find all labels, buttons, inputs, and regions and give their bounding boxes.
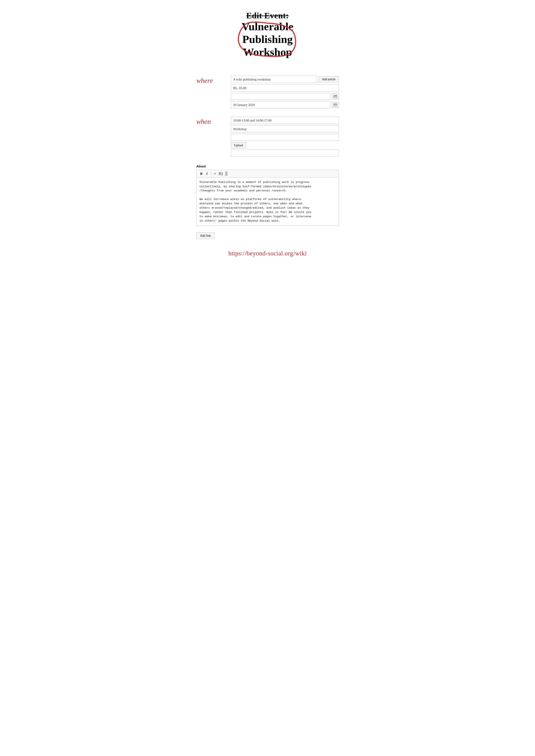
when-row: when Upload — [196, 117, 339, 158]
when-field-row-3 — [231, 134, 339, 141]
calendar-icon-1[interactable] — [332, 94, 339, 99]
where-field-row-4 — [231, 101, 339, 109]
where-label: where — [196, 77, 213, 84]
toolbar-divider — [211, 172, 211, 176]
svg-rect-12 — [219, 173, 222, 175]
image-icon[interactable] — [218, 172, 223, 176]
where-fields: Add article — [231, 76, 339, 110]
title-line1: Vulnerable — [242, 20, 294, 33]
location-name-input[interactable] — [231, 76, 317, 83]
title-section: Edit Event: Vulnerable Publishing Worksh… — [196, 9, 339, 63]
where-field-row-1: Add article — [231, 76, 339, 83]
svg-rect-4 — [334, 96, 335, 97]
calendar-icon-2[interactable] — [332, 102, 339, 108]
room-input[interactable] — [231, 84, 339, 92]
bold-button[interactable]: B — [199, 171, 204, 176]
footer-url-text: https://beyond-social.org/wiki — [196, 250, 339, 257]
italic-button[interactable]: I — [205, 171, 209, 176]
when-label-col: when — [196, 117, 231, 125]
when-fields: Upload — [231, 117, 339, 158]
title-line2: Publishing — [242, 33, 293, 45]
add-article-button[interactable]: Add article — [319, 76, 339, 82]
extra-field-3[interactable] — [231, 150, 339, 157]
about-editor[interactable]: Vulnerable Publishing is a moment of pub… — [196, 177, 339, 226]
where-row: where Add article — [196, 76, 339, 110]
title-main: Vulnerable Publishing Workshop — [242, 20, 294, 59]
about-section: About B I ∞ Vulnerable Publishing is a m… — [196, 164, 339, 226]
about-label: About — [196, 164, 339, 168]
title-strikethrough: Edit Event: — [196, 11, 339, 20]
extra-field-2[interactable] — [231, 134, 339, 141]
when-label: when — [196, 118, 211, 125]
link-icon[interactable]: ∞ — [213, 172, 217, 176]
when-field-row-2 — [231, 125, 339, 133]
add-link-button[interactable]: Add link — [196, 232, 215, 239]
add-link-section: Add link — [196, 232, 339, 239]
when-field-row-1 — [231, 117, 339, 124]
svg-rect-10 — [334, 105, 335, 105]
title-line3: Workshop — [243, 46, 292, 58]
when-field-row-4: Upload — [231, 142, 339, 148]
svg-point-13 — [219, 173, 220, 174]
type-input[interactable] — [231, 125, 339, 133]
upload-button[interactable]: Upload — [231, 142, 246, 148]
time-input[interactable] — [231, 117, 339, 124]
date-input[interactable] — [231, 101, 330, 109]
where-field-row-2 — [231, 84, 339, 92]
where-label-col: where — [196, 76, 231, 85]
when-field-row-5 — [231, 150, 339, 157]
extra-field-1[interactable] — [231, 93, 330, 100]
footer-url-section: https://beyond-social.org/wiki — [196, 250, 339, 257]
svg-rect-5 — [335, 96, 336, 97]
title-circle-wrapper: Vulnerable Publishing Workshop — [242, 20, 294, 59]
svg-rect-11 — [335, 105, 336, 105]
where-field-row-3 — [231, 93, 339, 100]
form-section: where Add article — [196, 76, 339, 158]
more-icon[interactable] — [224, 172, 229, 176]
editor-toolbar: B I ∞ — [196, 170, 339, 177]
